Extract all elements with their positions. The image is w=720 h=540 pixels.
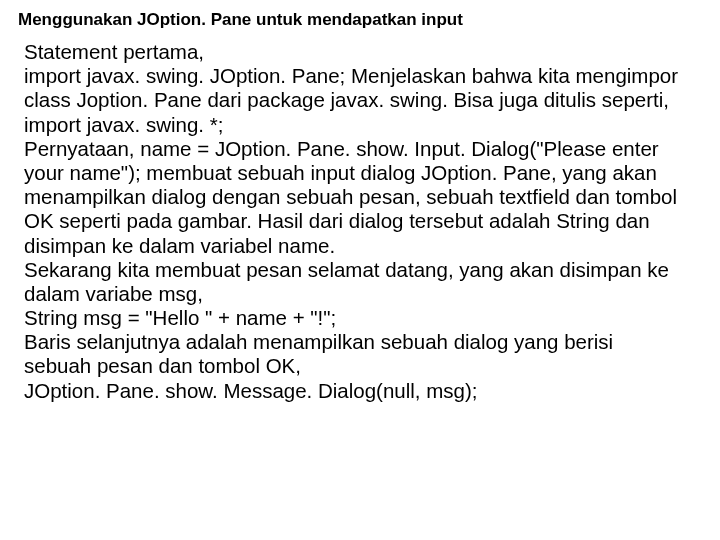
slide-title: Menggunakan JOption. Pane untuk mendapat…	[18, 10, 702, 30]
slide: Menggunakan JOption. Pane untuk mendapat…	[0, 0, 720, 421]
slide-body: Statement pertama, import javax. swing. …	[18, 40, 702, 403]
